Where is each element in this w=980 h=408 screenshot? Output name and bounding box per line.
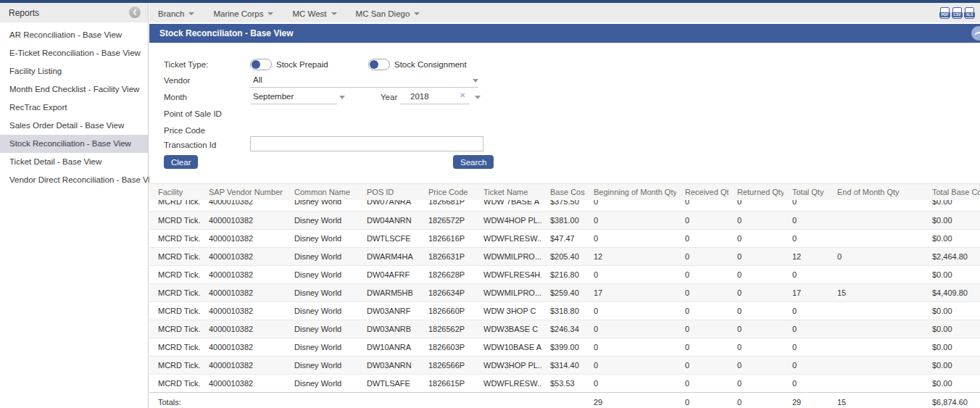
header-cell[interactable]: Ticket Name bbox=[475, 184, 541, 201]
month-chevron-down-icon[interactable] bbox=[339, 96, 345, 99]
table-cell: 15 bbox=[829, 283, 923, 301]
table-cell: 0 bbox=[676, 200, 728, 211]
sidebar-collapse-chevron-left-icon[interactable]: ❮ bbox=[129, 7, 141, 18]
stock-consignment-label: Stock Consignment bbox=[394, 58, 467, 71]
main-panel: BranchMarine CorpsMC WestMC San Diego PD… bbox=[149, 3, 980, 408]
header-cell[interactable]: SAP Vendor Number bbox=[200, 184, 286, 201]
table-cell: DWTLSCFE bbox=[358, 229, 420, 247]
sidebar-item[interactable]: Facility Listing bbox=[0, 62, 148, 80]
table-row[interactable]: MCRD Tick...4000010382Disney WorldDW07AN… bbox=[149, 200, 980, 211]
table-cell: Disney World bbox=[286, 338, 358, 356]
sidebar-item[interactable]: E-Ticket Reconciliation - Base View bbox=[0, 44, 148, 62]
table-cell: 1826681P bbox=[420, 200, 475, 211]
sidebar-item[interactable]: Sales Order Detail - Base View bbox=[0, 117, 148, 135]
table-cell: $205.40 bbox=[541, 247, 585, 265]
sidebar-item[interactable]: Stock Reconciliation - Base View bbox=[0, 135, 148, 153]
header-cell[interactable]: Base Cost bbox=[541, 184, 585, 201]
year-chevron-down-icon[interactable] bbox=[475, 96, 481, 99]
table-row[interactable]: MCRD Tick...4000010382Disney WorldDW03AN… bbox=[149, 301, 980, 320]
table-row[interactable]: MCRD Tick...4000010382Disney WorldDW04AF… bbox=[149, 265, 980, 283]
month-dropdown[interactable]: September bbox=[250, 91, 337, 104]
sidebar-item[interactable]: Vendor Direct Reconciliation - Base View bbox=[0, 171, 148, 189]
table-cell: DW03ANRF bbox=[358, 301, 420, 320]
branch-menu-item[interactable]: Branch bbox=[158, 9, 194, 18]
table-cell: 0 bbox=[728, 200, 784, 211]
table-cell: $0.00 bbox=[923, 211, 980, 229]
table-cell: 0 bbox=[585, 211, 676, 229]
toggle-knob bbox=[370, 60, 378, 69]
transaction-id-input[interactable] bbox=[250, 136, 483, 151]
table-row[interactable]: MCRD Tick...4000010382Disney WorldDWTLSA… bbox=[149, 374, 980, 392]
table-row[interactable]: MCRD Tick...4000010382Disney WorldDWTLSC… bbox=[149, 229, 980, 247]
table-cell: 4000010382 bbox=[200, 338, 286, 356]
table-cell: Disney World bbox=[286, 320, 358, 338]
table-cell: DW03ANRB bbox=[358, 320, 420, 338]
header-cell[interactable]: End of Month Qty bbox=[829, 184, 923, 201]
header-cell[interactable]: Total Qty bbox=[784, 184, 829, 201]
header-cell[interactable]: Returned Qty bbox=[728, 184, 784, 201]
table-cell: 4000010382 bbox=[200, 200, 286, 211]
table-cell bbox=[829, 229, 923, 247]
branch-menu-item[interactable]: MC San Diego bbox=[356, 9, 420, 18]
header-cell[interactable]: Common Name bbox=[286, 184, 358, 201]
sidebar-items: AR Reconciliation - Base ViewE-Ticket Re… bbox=[0, 22, 148, 189]
table-cell: DWTLSAFE bbox=[358, 374, 420, 392]
table-cell: 15 bbox=[829, 393, 923, 408]
table-cell bbox=[829, 374, 923, 392]
table-cell: WDW 3HOP C bbox=[475, 301, 541, 320]
branch-menu-item[interactable]: Marine Corps bbox=[213, 9, 273, 18]
table-cell bbox=[286, 393, 358, 408]
table-cell: WDWFLRESW... bbox=[475, 374, 541, 392]
table-cell: 0 bbox=[728, 247, 784, 265]
header-cell[interactable]: Received Qty bbox=[676, 184, 728, 201]
sidebar-item[interactable]: Month End Checklist - Facility View bbox=[0, 80, 148, 99]
table-cell: MCRD Tick... bbox=[149, 265, 200, 283]
header-cell[interactable]: Price Code bbox=[420, 184, 475, 201]
table-row[interactable]: MCRD Tick...4000010382Disney WorldDW04AN… bbox=[149, 211, 980, 229]
header-cell[interactable]: POS ID bbox=[358, 184, 420, 201]
pdf-export-icon[interactable]: PDF bbox=[940, 7, 950, 19]
table-row[interactable]: MCRD Tick...4000010382Disney WorldDWARM5… bbox=[149, 283, 980, 301]
sidebar-item[interactable]: RecTrac Export bbox=[0, 99, 148, 117]
header-cell[interactable]: Facility bbox=[149, 184, 200, 201]
table-cell: MCRD Tick... bbox=[149, 283, 200, 301]
grid-totals-table: Totals:29002915$6,874.60 bbox=[149, 393, 980, 408]
table-row[interactable]: MCRD Tick...4000010382Disney WorldDW03AN… bbox=[149, 320, 980, 338]
clear-button[interactable]: Clear bbox=[164, 155, 198, 169]
sidebar-item[interactable]: Ticket Detail - Base View bbox=[0, 153, 148, 171]
table-cell bbox=[829, 338, 923, 356]
search-button[interactable]: Search bbox=[453, 155, 494, 169]
branch-menu-item[interactable]: MC West bbox=[292, 9, 336, 18]
table-cell: 0 bbox=[585, 200, 676, 211]
table-cell bbox=[541, 393, 585, 408]
table-cell: 1826628P bbox=[420, 265, 475, 283]
table-row[interactable]: MCRD Tick...4000010382Disney WorldDW03AN… bbox=[149, 356, 980, 374]
header-cell[interactable]: Total Base Cost bbox=[923, 184, 980, 201]
chevron-down-icon bbox=[414, 12, 420, 15]
stock-prepaid-toggle[interactable] bbox=[250, 59, 272, 70]
table-row[interactable]: MCRD Tick...4000010382Disney WorldDW10AN… bbox=[149, 338, 980, 356]
table-cell: 0 bbox=[784, 229, 829, 247]
table-cell: 29 bbox=[784, 393, 829, 408]
table-row[interactable]: MCRD Tick...4000010382Disney WorldDWARM4… bbox=[149, 247, 980, 265]
stock-consignment-toggle[interactable] bbox=[368, 59, 390, 70]
header-cell[interactable]: Beginning of Month Qty bbox=[585, 184, 676, 201]
table-cell: $0.00 bbox=[923, 320, 980, 338]
table-cell: DWARM5HB bbox=[358, 283, 420, 301]
table-cell: 0 bbox=[676, 265, 728, 283]
table-cell: $0.00 bbox=[923, 265, 980, 283]
year-clear-x-icon[interactable]: ✕ bbox=[460, 91, 465, 99]
csv-export-icon[interactable]: CSV bbox=[952, 7, 962, 19]
xls-export-icon[interactable]: XLS bbox=[965, 7, 974, 19]
table-cell: 1826603P bbox=[420, 338, 475, 356]
table-cell: 0 bbox=[728, 229, 784, 247]
table-cell: MCRD Tick... bbox=[149, 320, 200, 338]
panel-collapse-chevron-up-icon[interactable]: ❮ bbox=[971, 26, 980, 41]
vendor-chevron-down-icon[interactable] bbox=[473, 79, 478, 83]
table-cell: 0 bbox=[585, 338, 676, 356]
sidebar-item[interactable]: AR Reconciliation - Base View bbox=[0, 26, 148, 44]
vendor-dropdown[interactable]: All bbox=[250, 74, 478, 88]
table-cell bbox=[829, 320, 923, 338]
table-cell: DWARM4HA bbox=[358, 247, 420, 265]
table-cell: $0.00 bbox=[923, 301, 980, 320]
